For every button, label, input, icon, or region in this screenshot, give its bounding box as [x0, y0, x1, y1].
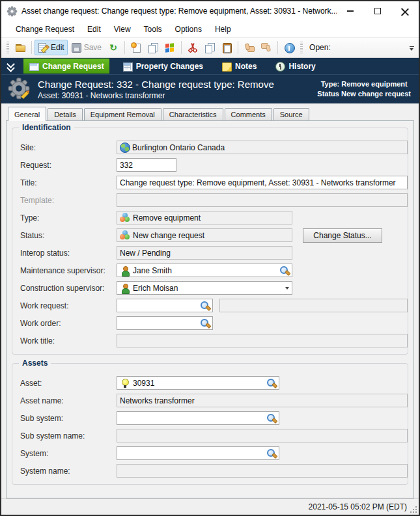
- status-label: Status:: [20, 231, 117, 240]
- tab-equipment-removal[interactable]: Equipment Removal: [84, 108, 161, 120]
- toolbar-grip[interactable]: [7, 42, 9, 53]
- system-label: System:: [20, 449, 117, 458]
- nav-property-changes[interactable]: Property Changes: [117, 59, 208, 74]
- tab-details[interactable]: Details: [48, 108, 83, 120]
- change-status-button[interactable]: Change Status...: [303, 228, 382, 243]
- menu-view[interactable]: View: [107, 22, 137, 36]
- save-icon: [71, 42, 81, 53]
- tab-source[interactable]: Source: [273, 108, 309, 120]
- system-name-row: System name:: [12, 462, 408, 480]
- cut-button[interactable]: [184, 40, 201, 55]
- assets-groupbox: Assets Asset: 30931 Asset name: Networks…: [12, 363, 408, 485]
- nav-property-changes-label: Property Changes: [136, 62, 203, 71]
- assets-legend: Assets: [19, 359, 51, 368]
- resize-grip[interactable]: [409, 505, 417, 513]
- site-row: Site: Burlington Ontario Canada: [12, 139, 408, 156]
- menu-change-request[interactable]: Change Request: [9, 22, 81, 36]
- tab-general[interactable]: General: [8, 107, 46, 121]
- construction-supervisor-value: Erich Moisan: [133, 284, 178, 293]
- status-field: New change request: [117, 228, 292, 242]
- maximize-button[interactable]: [364, 1, 391, 21]
- status-value: New change request: [133, 231, 204, 240]
- system-name-field: [117, 464, 408, 478]
- template-row: Template:: [12, 191, 408, 209]
- duplicate-button[interactable]: [145, 40, 161, 55]
- request-input[interactable]: [117, 158, 176, 172]
- tab-characteristics[interactable]: Characteristics: [163, 108, 223, 120]
- bulb-icon: [120, 378, 130, 388]
- toolbar-separator: [238, 41, 238, 54]
- sub-system-field[interactable]: [117, 411, 279, 425]
- search-icon[interactable]: [279, 265, 289, 275]
- title-input[interactable]: [117, 176, 408, 189]
- maintenance-supervisor-label: Maintenance supervisor:: [20, 266, 117, 275]
- combo-dropdown-icon[interactable]: [285, 287, 289, 290]
- person-icon: [120, 283, 130, 293]
- sticky-note-icon: [221, 61, 232, 72]
- nav-change-request-label: Change Request: [42, 62, 104, 71]
- refresh-button[interactable]: ↻: [105, 40, 122, 55]
- work-request-field[interactable]: [117, 299, 213, 312]
- search-icon[interactable]: [266, 448, 276, 458]
- search-icon[interactable]: [266, 378, 276, 388]
- header-banner: Change Request: 332 - Change request typ…: [1, 74, 419, 103]
- toolbar-separator: [31, 41, 32, 54]
- copy-button[interactable]: [201, 40, 218, 55]
- close-button[interactable]: [391, 1, 419, 21]
- toolbar-grip[interactable]: [300, 42, 303, 53]
- type-field: Remove equipment: [117, 211, 292, 224]
- toolbar: Edit Save ↻ Open:: [1, 38, 419, 58]
- maximize-icon: [374, 8, 381, 14]
- toolbar-separator: [181, 41, 182, 54]
- thumbs-down-button[interactable]: [258, 40, 275, 55]
- chevron-double-down-icon[interactable]: [5, 61, 16, 72]
- edit-button[interactable]: Edit: [35, 40, 68, 55]
- menu-options[interactable]: Options: [169, 22, 208, 36]
- thumbs-up-icon: [244, 42, 255, 53]
- banner-type-line: Type: Remove equipment: [317, 79, 411, 89]
- nav-change-request[interactable]: Change Request: [23, 59, 109, 74]
- windows-logo-icon: [165, 42, 175, 53]
- table-icon: [122, 61, 133, 72]
- sub-system-name-label: Sub system name:: [20, 431, 117, 441]
- overflow-bar: [410, 46, 414, 47]
- construction-supervisor-label: Construction supervisor:: [20, 284, 117, 293]
- title-label: Title:: [20, 178, 117, 187]
- edit-label: Edit: [51, 43, 64, 52]
- work-title-field: [117, 334, 408, 347]
- identification-groupbox: Identification Site: Burlington Ontario …: [12, 128, 408, 355]
- asset-name-value: Networks transformer: [120, 396, 195, 405]
- thumbs-up-button[interactable]: [241, 40, 258, 55]
- open-folder-button[interactable]: [12, 40, 29, 55]
- status-bar: 2021-05-15 05:02 PM (EDT): [1, 498, 419, 515]
- info-button[interactable]: [281, 40, 298, 55]
- asset-label: Asset:: [20, 379, 117, 388]
- minimize-button[interactable]: [337, 1, 364, 21]
- search-icon[interactable]: [266, 413, 276, 423]
- asset-field[interactable]: 30931: [117, 376, 279, 390]
- banner-title: Change Request: 332 - Change request typ…: [38, 79, 274, 90]
- app-window: Asset change request: Change request typ…: [0, 0, 420, 516]
- construction-supervisor-combobox[interactable]: Erich Moisan: [117, 281, 292, 295]
- open-folder-icon: [15, 42, 25, 53]
- work-order-field[interactable]: [117, 316, 213, 330]
- nav-history-label: History: [288, 62, 315, 71]
- status-row: Status: New change request Change Status…: [12, 226, 408, 244]
- save-button[interactable]: Save: [68, 40, 105, 55]
- new-document-button[interactable]: [128, 40, 145, 55]
- work-order-row: Work order:: [12, 314, 408, 332]
- paste-button[interactable]: [218, 40, 235, 55]
- nav-notes[interactable]: Notes: [216, 59, 262, 74]
- menu-tools[interactable]: Tools: [137, 22, 169, 36]
- tab-comments[interactable]: Comments: [225, 108, 272, 120]
- toolbar-overflow-button[interactable]: [407, 45, 416, 51]
- nav-history[interactable]: History: [270, 59, 320, 74]
- search-icon[interactable]: [200, 318, 210, 328]
- windows-button[interactable]: [161, 40, 178, 55]
- system-field[interactable]: [117, 446, 279, 460]
- menu-help[interactable]: Help: [208, 22, 238, 36]
- menu-edit[interactable]: Edit: [81, 22, 107, 36]
- maintenance-supervisor-field[interactable]: Jane Smith: [117, 264, 292, 277]
- save-label: Save: [84, 43, 102, 52]
- search-icon[interactable]: [200, 301, 210, 310]
